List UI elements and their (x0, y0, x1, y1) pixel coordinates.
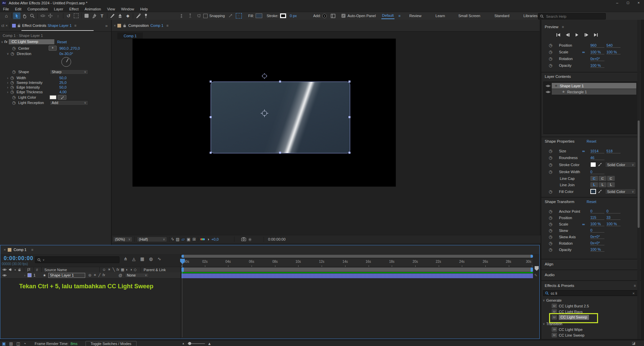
effects-group-generate[interactable]: Generate (546, 298, 562, 302)
stopwatch-icon[interactable]: ◷ (10, 81, 14, 85)
menu-file[interactable]: File (0, 7, 12, 11)
ec-shape-label[interactable]: Shape (18, 70, 29, 74)
tf-position-x-value[interactable]: 115 (590, 215, 604, 220)
magnification-dropdown[interactable]: (50%)∨ (113, 237, 132, 242)
stopwatch-icon[interactable]: ◷ (10, 85, 14, 89)
shape-rectangle[interactable] (211, 82, 350, 153)
tf-position-y-value[interactable]: 33 (606, 215, 621, 220)
stopwatch-icon[interactable]: ◷ (12, 70, 15, 74)
frame-blending-icon[interactable]: ▦ (140, 257, 144, 261)
position-y-value[interactable]: 540 (606, 43, 621, 48)
shape-dropdown[interactable]: Sharp∨ (50, 69, 88, 75)
properties-scrollbar[interactable] (637, 20, 640, 339)
stopwatch-icon[interactable]: ◷ (549, 248, 552, 252)
fx-column-icon[interactable]: fx (116, 268, 119, 271)
stopwatch-icon[interactable]: ◷ (549, 43, 552, 47)
panel-resize-grip-icon[interactable]: ◪ (632, 341, 635, 345)
previous-frame-button[interactable] (564, 33, 571, 37)
layer-contents-rectangle-label[interactable]: Rectangle 1 (567, 90, 587, 94)
first-frame-button[interactable] (555, 33, 561, 37)
comp-viewer-tab[interactable]: Comp 1 (117, 33, 143, 39)
layer-contents-row-rectangle[interactable]: ★ Rectangle 1 (552, 89, 636, 95)
parent-dropdown[interactable]: None∨ (125, 273, 149, 278)
parent-link-column[interactable]: Parent & Link (144, 268, 166, 272)
user-status-icon[interactable]: ◔ (23, 342, 26, 346)
line-cap-projecting-button[interactable]: ⊏ (607, 176, 615, 181)
draft-3d-icon[interactable]: ◬ (132, 257, 136, 261)
effect-controls-tab-title[interactable]: Effect Controls (22, 23, 46, 28)
workspace-libraries[interactable]: Libraries (524, 14, 538, 18)
snapshot-camera-icon[interactable] (241, 237, 246, 241)
shape-properties-title[interactable]: Shape Properties (545, 139, 575, 143)
work-area-bar[interactable] (181, 267, 533, 272)
anchor-point-label[interactable]: Anchor Point (559, 209, 580, 213)
dolly-camera-tool[interactable]: ↕ (54, 12, 62, 19)
stopwatch-icon[interactable]: ◷ (549, 50, 552, 54)
effect-item-cc-light-wipe[interactable]: CC Light Wipe (559, 328, 583, 332)
link-icon[interactable]: ∞ (582, 149, 585, 153)
scale-x-value[interactable]: 100 % (590, 50, 604, 54)
ec-direction-label[interactable]: Direction (17, 52, 31, 56)
expand-icon[interactable]: › (7, 76, 8, 80)
expand-layer-icon[interactable]: › (24, 273, 25, 277)
ec-lightcolor-label[interactable]: Light Color (18, 95, 36, 99)
shy-column-icon[interactable]: ☺ (102, 268, 106, 271)
opacity-value[interactable]: 100 % (590, 63, 604, 68)
timeline-layer-row[interactable]: › 1 ★ Shape Layer 1 ◎ ☀ ╱ fx @ None∨ (0, 272, 180, 279)
comp-marker-bin-icon[interactable] (535, 266, 539, 271)
add-menu-icon[interactable]: ◐ (322, 14, 327, 18)
skew-axis-value[interactable]: 0x+0° (590, 235, 604, 239)
stopwatch-icon[interactable]: ◷ (10, 76, 14, 80)
line-cap-round-button[interactable]: ⊏ (599, 176, 606, 181)
layer-name-box[interactable]: Shape Layer 1 (48, 273, 85, 278)
selection-tool[interactable] (13, 12, 20, 19)
mask-feather-icon[interactable] (186, 12, 194, 19)
add-label[interactable]: Add: (313, 14, 321, 18)
eyedropper-icon[interactable] (598, 189, 602, 193)
help-search-box[interactable] (538, 13, 606, 19)
timeline-search-input[interactable] (46, 257, 111, 262)
source-name-column[interactable]: Source Name (44, 268, 67, 272)
stopwatch-icon[interactable]: ◷ (12, 46, 15, 50)
handle-mid-left[interactable] (210, 116, 212, 118)
collapse-group-icon[interactable]: ∨ (543, 299, 545, 302)
light-color-swatch[interactable] (50, 95, 56, 99)
eyedropper-button[interactable] (58, 95, 66, 100)
workspace-menu-icon[interactable]: ≡ (398, 14, 400, 18)
workspace-standard[interactable]: Standard (494, 14, 509, 18)
rotation-label[interactable]: Rotation (559, 57, 573, 61)
transparency-grid-icon[interactable]: ▨ (176, 237, 179, 241)
panel-menu-icon[interactable]: ≡ (74, 23, 76, 28)
roundness-label[interactable]: Roundness (559, 156, 578, 160)
stopwatch-icon[interactable]: ◷ (549, 229, 552, 233)
layer-number-column[interactable]: # (36, 268, 38, 272)
anchor-x-value[interactable]: 0 (590, 209, 604, 213)
graph-editor-icon[interactable]: ∿ (158, 257, 161, 261)
menu-edit[interactable]: Edit (12, 7, 24, 11)
ec-edget-value[interactable]: 4,00 (59, 90, 66, 94)
stroke-color-swatch[interactable] (590, 162, 596, 167)
clone-stamp-tool[interactable] (116, 12, 124, 19)
eye-icon[interactable] (546, 84, 550, 88)
toggle-switches-button[interactable]: Toggle Switches / Modes (86, 341, 137, 346)
align-section-title[interactable]: Align (545, 262, 553, 266)
zoom-in-icon[interactable]: ▲ (208, 342, 212, 346)
menu-effect[interactable]: Effect (66, 7, 82, 11)
ec-width-label[interactable]: Width (16, 76, 26, 80)
menu-animation[interactable]: Animation (82, 7, 104, 11)
expand-icon[interactable]: › (7, 85, 8, 89)
tf-scale-y-value[interactable]: 100 % (606, 222, 621, 226)
minimize-button[interactable]: – (612, 0, 623, 6)
stroke-swatch[interactable] (280, 13, 286, 18)
parent-pickwhip-icon[interactable]: @ (118, 274, 122, 277)
camera-marquee-tool[interactable] (72, 12, 80, 19)
lock-column-icon[interactable] (18, 268, 21, 271)
effect-item-cc-light-burst[interactable]: CC Light Burst 2.5 (559, 304, 589, 308)
mask-vertex-icon[interactable] (178, 12, 185, 19)
effect-reset-link[interactable]: Reset (57, 40, 67, 44)
menu-window[interactable]: Window (118, 7, 137, 11)
handle-top-right[interactable] (348, 81, 351, 83)
composition-tab-title[interactable]: Composition (128, 23, 149, 28)
channel-icon[interactable] (200, 238, 205, 240)
effects-presets-title[interactable]: Effects & Presets (545, 284, 574, 288)
